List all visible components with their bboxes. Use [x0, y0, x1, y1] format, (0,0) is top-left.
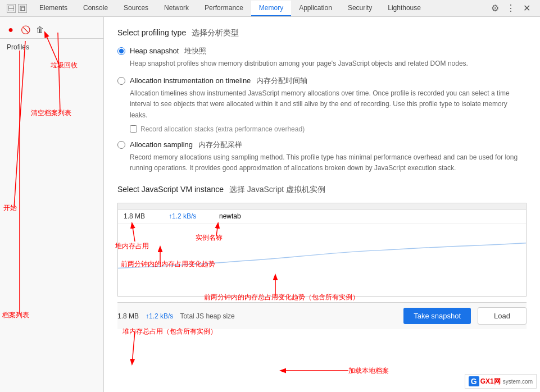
tab-console[interactable]: Console	[75, 1, 116, 16]
vm-table: 1.8 MB ↑1.2 kB/s newtab	[117, 203, 527, 297]
vm-chart-area	[118, 223, 526, 296]
clear-button[interactable]: 🗑	[34, 24, 46, 36]
record-button[interactable]: ●	[4, 24, 17, 36]
record-stacks-label: Record allocation stacks (extra performa…	[140, 125, 305, 133]
heap-radio[interactable]	[117, 47, 125, 55]
undock-icon[interactable]	[18, 4, 27, 13]
sidebar-profiles-label: Profiles	[0, 41, 103, 53]
watermark-icon: G	[469, 376, 479, 386]
sidebar: ● 🚫 🗑 Profiles	[0, 17, 104, 392]
profiling-type-title: Select profiling type 选择分析类型	[117, 28, 527, 38]
sampling-label: Allocation sampling 内存分配采样	[130, 140, 242, 150]
svg-rect-0	[8, 6, 14, 8]
bottom-bar: 1.8 MB ↑1.2 kB/s Total JS heap size Take…	[117, 302, 527, 329]
more-options-icon[interactable]: ⋮	[504, 2, 518, 15]
tab-security[interactable]: Security	[340, 1, 380, 16]
vm-rate: ↑1.2 kB/s	[169, 212, 208, 220]
tab-application[interactable]: Application	[291, 1, 340, 16]
timeline-option: Allocation instrumentation on timeline 内…	[117, 76, 527, 133]
dock-icon[interactable]	[7, 4, 16, 13]
total-size: 1.8 MB	[117, 312, 139, 320]
tab-memory[interactable]: Memory	[251, 1, 291, 16]
vm-section: Select JavaScript VM instance 选择 JavaScr…	[117, 185, 527, 297]
sampling-desc: Record memory allocations using sampling…	[130, 152, 527, 174]
total-label: Total JS heap size	[180, 312, 234, 320]
take-snapshot-button[interactable]: Take snapshot	[403, 308, 471, 324]
settings-icon[interactable]: ⚙	[488, 2, 502, 15]
vm-name: newtab	[219, 212, 241, 220]
stop-button[interactable]: 🚫	[19, 24, 31, 36]
close-icon[interactable]: ✕	[520, 2, 533, 15]
vm-table-header	[118, 203, 526, 209]
vm-data-row[interactable]: 1.8 MB ↑1.2 kB/s newtab	[118, 209, 526, 223]
timeline-label: Allocation instrumentation on timeline 内…	[130, 76, 307, 86]
heap-snapshot-option: Heap snapshot 堆快照 Heap snapshot profiles…	[117, 46, 527, 69]
record-stacks-checkbox[interactable]	[130, 125, 137, 133]
window-controls	[2, 4, 31, 13]
tab-bar: Elements Console Sources Network Perform…	[0, 0, 540, 17]
record-stacks-row: Record allocation stacks (extra performa…	[130, 125, 527, 133]
tab-actions: ⚙ ⋮ ✕	[484, 2, 538, 15]
sampling-option: Allocation sampling 内存分配采样 Record memory…	[117, 140, 527, 174]
watermark-url: system.com	[503, 379, 533, 385]
tab-sources[interactable]: Sources	[116, 1, 156, 16]
tab-network[interactable]: Network	[156, 1, 197, 16]
total-rate: ↑1.2 kB/s	[146, 312, 173, 320]
main-content: ● 🚫 🗑 Profiles Select profiling type 选择分…	[0, 17, 540, 392]
load-button[interactable]: Load	[478, 307, 527, 325]
profiling-options: Heap snapshot 堆快照 Heap snapshot profiles…	[117, 46, 527, 174]
watermark-text: GX1网	[480, 377, 501, 386]
panel: Select profiling type 选择分析类型 Heap snapsh…	[104, 17, 540, 392]
watermark: G GX1网 system.com	[465, 374, 537, 389]
vm-chart-svg	[118, 224, 526, 296]
svg-rect-2	[20, 6, 25, 11]
timeline-radio[interactable]	[117, 77, 125, 85]
tab-elements[interactable]: Elements	[31, 1, 75, 16]
sidebar-toolbar: ● 🚫 🗑	[0, 21, 103, 39]
svg-rect-3	[21, 7, 25, 11]
tab-lighthouse[interactable]: Lighthouse	[380, 1, 429, 16]
sampling-radio[interactable]	[117, 141, 125, 149]
tab-performance[interactable]: Performance	[197, 1, 251, 16]
heap-label: Heap snapshot 堆快照	[130, 46, 206, 56]
vm-size: 1.8 MB	[124, 212, 157, 220]
heap-desc: Heap snapshot profiles show memory distr…	[130, 58, 527, 69]
vm-title: Select JavaScript VM instance 选择 JavaScr…	[117, 185, 527, 195]
timeline-desc: Allocation timelines show instrumented J…	[130, 88, 527, 121]
